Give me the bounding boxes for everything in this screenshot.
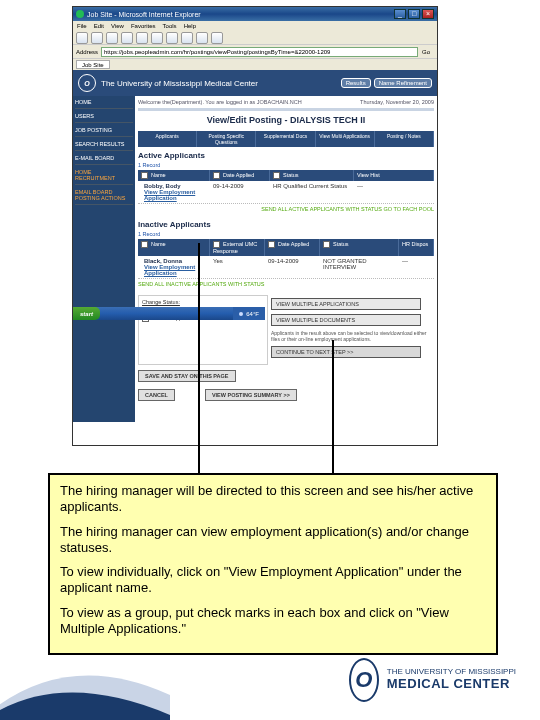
browser-tab[interactable]: Job Site xyxy=(76,60,110,69)
menubar: File Edit View Favorites Tools Help xyxy=(73,21,437,31)
sidebar-item-posting-actions[interactable]: EMAIL BOARD POSTING ACTIONS xyxy=(75,189,133,205)
sidebar-item-email[interactable]: E-MAIL BOARD xyxy=(75,155,133,165)
window-titlebar: Job Site - Microsoft Internet Explorer _… xyxy=(73,7,437,21)
forward-button[interactable] xyxy=(91,32,103,44)
taskbar: start 64°F xyxy=(73,307,265,320)
inactive-label: Inactive Applicants xyxy=(138,220,434,229)
callout-line xyxy=(198,243,200,475)
content: HOME USERS JOB POSTING SEARCH RESULTS E-… xyxy=(73,96,437,422)
cancel-button[interactable]: CANCEL xyxy=(138,389,175,401)
back-button[interactable] xyxy=(76,32,88,44)
view-multiple-documents-button[interactable]: VIEW MULTIPLE DOCUMENTS xyxy=(271,314,421,326)
view-summary-button[interactable]: VIEW POSTING SUMMARY >> xyxy=(205,389,297,401)
menu-file[interactable]: File xyxy=(77,23,87,29)
tray-icon xyxy=(239,312,243,316)
minimize-button[interactable]: _ xyxy=(394,9,406,19)
date-text: Thursday, November 20, 2009 xyxy=(360,99,434,105)
menu-view[interactable]: View xyxy=(111,23,124,29)
controls-area: Change Status: Active Applicants Inactiv… xyxy=(138,295,434,365)
tab-view-multi[interactable]: View Multi Applications xyxy=(316,131,375,147)
tab-posting-notes[interactable]: Posting / Notes xyxy=(375,131,434,147)
system-tray: 64°F xyxy=(233,307,265,320)
refresh-button[interactable] xyxy=(121,32,133,44)
menu-favorites[interactable]: Favorites xyxy=(131,23,156,29)
stop-button[interactable] xyxy=(106,32,118,44)
table-row: Black, Donna View Employment Application… xyxy=(138,256,434,279)
window-title: Job Site - Microsoft Internet Explorer xyxy=(87,11,392,18)
continue-button[interactable]: CONTINUE TO NEXT STEP >> xyxy=(271,346,421,358)
toolbar xyxy=(73,31,437,45)
breadcrumb: Welcome the(Department). You are logged … xyxy=(138,99,434,105)
active-records: 1 Record xyxy=(138,162,434,168)
view-multiple-applications-button[interactable]: VIEW MULTIPLE APPLICATIONS xyxy=(271,298,421,310)
save-button[interactable]: SAVE AND STAY ON THIS PAGE xyxy=(138,370,236,382)
active-label: Active Applicants xyxy=(138,151,434,160)
th-status: Status xyxy=(283,172,299,178)
history-button[interactable] xyxy=(181,32,193,44)
address-bar: Address Go xyxy=(73,45,437,59)
maximize-button[interactable]: □ xyxy=(408,9,420,19)
th-hist: View Hist xyxy=(357,172,380,178)
mail-button[interactable] xyxy=(196,32,208,44)
callout-line xyxy=(332,340,334,475)
view-employment-application-link[interactable]: View Employment Application xyxy=(141,189,207,201)
sidebar-item-users[interactable]: USERS xyxy=(75,113,133,123)
hr-i: — xyxy=(399,258,434,276)
page-number: 5 xyxy=(20,671,27,685)
url-input[interactable] xyxy=(101,47,418,57)
name-refinement-button[interactable]: Name Refinement xyxy=(374,78,432,88)
screenshot: Job Site - Microsoft Internet Explorer _… xyxy=(72,6,438,446)
weather: 64°F xyxy=(246,311,259,317)
page-title: View/Edit Posting - DIALYSIS TECH II xyxy=(138,115,434,125)
posting-tabs: Applicants Posting Specific Questions Su… xyxy=(138,131,434,147)
site-logo-icon: O xyxy=(78,74,96,92)
date-i: 09-14-2009 xyxy=(265,258,320,276)
th-name: Name xyxy=(151,172,166,178)
change-status-label: Change Status: xyxy=(142,299,264,305)
hist: — xyxy=(354,183,434,201)
th-date-i: Date Applied xyxy=(278,241,309,247)
active-pool-link[interactable]: SEND ALL ACTIVE APPLICANTS WITH STATUS G… xyxy=(138,206,434,212)
sidebar-item-home[interactable]: HOME xyxy=(75,99,133,109)
menu-help[interactable]: Help xyxy=(184,23,196,29)
th-status-i: Status xyxy=(333,241,349,247)
instructions-box: The hiring manager will be directed to t… xyxy=(48,473,498,655)
go-button[interactable]: Go xyxy=(422,49,430,55)
inactive-pool-link[interactable]: SEND ALL INACTIVE APPLICANTS WITH STATUS xyxy=(138,281,434,287)
th-hr: HR Dispos xyxy=(402,241,428,247)
logo-icon: O xyxy=(349,658,379,702)
ie-icon xyxy=(76,10,84,18)
divider xyxy=(138,108,434,111)
note: Applicants in the result above can be se… xyxy=(271,330,431,342)
resp: Yes xyxy=(210,258,265,276)
results-button[interactable]: Results xyxy=(341,78,371,88)
sidebar-item-search[interactable]: SEARCH RESULTS xyxy=(75,141,133,151)
instruction-p1: The hiring manager will be directed to t… xyxy=(60,483,486,516)
status: HR Qualified Current Status xyxy=(270,183,354,201)
print-button[interactable] xyxy=(211,32,223,44)
sidebar-item-job-posting[interactable]: JOB POSTING xyxy=(75,127,133,137)
menu-tools[interactable]: Tools xyxy=(163,23,177,29)
active-header: Name Date Applied Status View Hist xyxy=(138,170,434,181)
welcome-text: Welcome the(Department). You are logged … xyxy=(138,99,302,105)
search-button[interactable] xyxy=(151,32,163,44)
sidebar-item-recruitment[interactable]: HOME RECRUITMENT xyxy=(75,169,133,185)
menu-edit[interactable]: Edit xyxy=(94,23,104,29)
table-row: Bobby, Body View Employment Application … xyxy=(138,181,434,204)
footer-logo: O THE UNIVERSITY OF MISSISSIPPI MEDICAL … xyxy=(349,658,516,702)
tab-applicants[interactable]: Applicants xyxy=(138,131,197,147)
tab-supplemental[interactable]: Supplemental Docs xyxy=(256,131,315,147)
inactive-header: Name External UMC Response Date Applied … xyxy=(138,239,434,256)
sidebar: HOME USERS JOB POSTING SEARCH RESULTS E-… xyxy=(73,96,135,422)
tab-posting-questions[interactable]: Posting Specific Questions xyxy=(197,131,256,147)
instruction-p3: To view individually, click on "View Emp… xyxy=(60,564,486,597)
main: Welcome the(Department). You are logged … xyxy=(135,96,437,422)
start-button[interactable]: start xyxy=(73,307,100,320)
tabbar: Job Site xyxy=(73,59,437,70)
site-title: The University of Mississippi Medical Ce… xyxy=(101,79,341,88)
th-date: Date Applied xyxy=(223,172,254,178)
instruction-p2: The hiring manager can view employment a… xyxy=(60,524,486,557)
close-button[interactable]: × xyxy=(422,9,434,19)
favorites-button[interactable] xyxy=(166,32,178,44)
home-button[interactable] xyxy=(136,32,148,44)
